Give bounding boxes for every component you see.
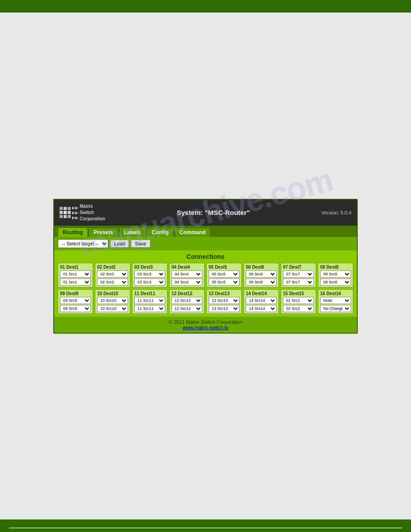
dest-select1-3[interactable]: 01 Src102 Src203 Src3 xyxy=(134,270,165,278)
app-header: ▶▶ ▶▶ ▶▶ MatrixSwitchCorporation System:… xyxy=(54,200,357,226)
dest-block-5: 05 Dest505 Src505 Src5 xyxy=(206,263,242,287)
dest-label-8: 08 Dest8 xyxy=(320,265,351,270)
dest-select2-10[interactable]: 10 Src10 xyxy=(97,305,128,312)
load-button[interactable]: Load xyxy=(110,240,129,248)
dest-label-7: 07 Dest7 xyxy=(283,265,314,270)
dest-block-14: 14 Dest1414 Src1414 Src14 xyxy=(244,289,279,314)
dest-block-3: 03 Dest301 Src102 Src203 Src301 Src102 S… xyxy=(132,263,167,287)
dest-label-12: 12 Dest12 xyxy=(171,291,202,296)
dest-select2-7[interactable]: 07 Src7 xyxy=(283,279,314,286)
dest-select2-12[interactable]: 12 Src12 xyxy=(171,305,202,312)
nav-bar: Routing Presets Labels Config Command xyxy=(54,226,357,237)
connections-area: Connections 01 Dest101 Src102 Src203 Src… xyxy=(54,250,357,317)
dest-select1-16[interactable]: MuteNo Change xyxy=(320,297,351,304)
main-content: manuarchive.com xyxy=(0,13,411,519)
dest-label-10: 10 Dest10 xyxy=(97,291,128,296)
dest-block-16: 16 Dest16MuteNo ChangeMuteNo Change xyxy=(318,289,353,314)
header-version: Version: 5.0.4 xyxy=(321,210,351,215)
dest-block-15: 15 Dest1501 Src102 Src201 Src102 Src2 xyxy=(281,289,316,314)
header-title: System: "MSC-Router" xyxy=(105,209,321,216)
dest-label-6: 06 Dest6 xyxy=(246,265,277,270)
dest-select1-14[interactable]: 14 Src14 xyxy=(246,297,277,304)
dest-select1-9[interactable]: 09 Src9 xyxy=(60,297,91,304)
dest-select1-8[interactable]: 08 Src8 xyxy=(320,270,351,278)
dest-label-16: 16 Dest16 xyxy=(320,291,351,296)
tab-command[interactable]: Command xyxy=(175,227,211,237)
logo-section: ▶▶ ▶▶ ▶▶ MatrixSwitchCorporation xyxy=(60,203,105,222)
top-bar xyxy=(0,0,411,13)
dest-block-4: 04 Dest401 Src104 Src401 Src104 Src4 xyxy=(169,263,205,287)
dest-block-8: 08 Dest808 Src808 Src8 xyxy=(318,263,353,287)
dest-block-13: 13 Dest1313 Src1313 Src13 xyxy=(206,289,242,314)
dest-block-6: 06 Dest606 Src606 Src6 xyxy=(244,263,279,287)
dest-select2-16[interactable]: MuteNo Change xyxy=(320,305,351,312)
footer-link[interactable]: www.matrix-switch.tv xyxy=(57,325,354,330)
dest-block-11: 11 Dest1111 Src1111 Src11 xyxy=(132,289,167,314)
tab-config[interactable]: Config xyxy=(147,227,174,237)
dest-select2-15[interactable]: 01 Src102 Src2 xyxy=(283,305,314,312)
dest-label-4: 04 Dest4 xyxy=(171,265,202,270)
dest-block-1: 01 Dest101 Src102 Src203 Src304 Src405 S… xyxy=(58,263,93,287)
dest-label-5: 05 Dest5 xyxy=(209,265,240,270)
dest-label-11: 11 Dest11 xyxy=(134,291,165,296)
dest-select2-11[interactable]: 11 Src11 xyxy=(134,305,165,312)
dest-select2-2[interactable]: 01 Src102 Src203 Src3 xyxy=(97,279,128,286)
dest-block-9: 09 Dest909 Src909 Src9 xyxy=(58,289,93,314)
dest-label-9: 09 Dest9 xyxy=(60,291,91,296)
connections-title: Connections xyxy=(58,253,353,260)
bottom-bar-line xyxy=(9,528,402,528)
tab-routing[interactable]: Routing xyxy=(58,227,88,237)
dest-select1-7[interactable]: 07 Src7 xyxy=(283,270,314,278)
dest-select1-12[interactable]: 12 Src12 xyxy=(171,297,202,304)
dest-select1-6[interactable]: 06 Src6 xyxy=(246,270,277,278)
dest-select1-2[interactable]: 01 Src102 Src203 Src3 xyxy=(97,270,128,278)
dest-block-12: 12 Dest1212 Src1212 Src12 xyxy=(169,289,205,314)
dest-label-15: 15 Dest15 xyxy=(283,291,314,296)
tab-labels[interactable]: Labels xyxy=(119,227,146,237)
dest-select2-1[interactable]: 01 Src102 Src203 Src304 Src405 Src506 Sr… xyxy=(60,279,91,286)
dest-select2-5[interactable]: 05 Src5 xyxy=(209,279,240,286)
dest-label-1: 01 Dest1 xyxy=(60,265,91,270)
dest-select2-8[interactable]: 08 Src8 xyxy=(320,279,351,286)
connections-grid: 01 Dest101 Src102 Src203 Src304 Src405 S… xyxy=(58,263,353,314)
dest-label-14: 14 Dest14 xyxy=(246,291,277,296)
dest-select2-13[interactable]: 13 Src13 xyxy=(209,305,240,312)
dest-select1-11[interactable]: 11 Src11 xyxy=(134,297,165,304)
dest-select2-14[interactable]: 14 Src14 xyxy=(246,305,277,312)
footer-copyright: © 2011 Matrix Switch Corporation xyxy=(57,319,354,325)
tab-presets[interactable]: Presets xyxy=(89,227,118,237)
dest-select2-3[interactable]: 01 Src102 Src203 Src3 xyxy=(134,279,165,286)
save-button[interactable]: Save xyxy=(131,240,150,248)
dest-select2-9[interactable]: 09 Src9 xyxy=(60,305,91,312)
dest-select1-4[interactable]: 01 Src104 Src4 xyxy=(171,270,202,278)
dest-select1-10[interactable]: 10 Src10 xyxy=(97,297,128,304)
dest-select2-4[interactable]: 01 Src104 Src4 xyxy=(171,279,202,286)
dest-block-7: 07 Dest707 Src707 Src7 xyxy=(281,263,316,287)
dest-select1-1[interactable]: 01 Src102 Src203 Src304 Src405 Src506 Sr… xyxy=(60,270,91,278)
dest-label-13: 13 Dest13 xyxy=(209,291,240,296)
dest-select1-5[interactable]: 05 Src5 xyxy=(209,270,240,278)
toolbar: -- Select target -- Load Save xyxy=(54,237,357,250)
bottom-bar xyxy=(0,519,411,532)
dest-block-2: 02 Dest201 Src102 Src203 Src301 Src102 S… xyxy=(95,263,130,287)
app-container: ▶▶ ▶▶ ▶▶ MatrixSwitchCorporation System:… xyxy=(53,199,358,334)
logo-text: MatrixSwitchCorporation xyxy=(80,203,105,222)
dest-select2-6[interactable]: 06 Src6 xyxy=(246,279,277,286)
dest-label-2: 02 Dest2 xyxy=(97,265,128,270)
dest-select1-13[interactable]: 13 Src13 xyxy=(209,297,240,304)
dest-select1-15[interactable]: 01 Src102 Src2 xyxy=(283,297,314,304)
dest-label-3: 03 Dest3 xyxy=(134,265,165,270)
app-footer: © 2011 Matrix Switch Corporation www.mat… xyxy=(54,317,357,333)
select-target[interactable]: -- Select target -- xyxy=(58,239,108,248)
dest-block-10: 10 Dest1010 Src1010 Src10 xyxy=(95,289,130,314)
